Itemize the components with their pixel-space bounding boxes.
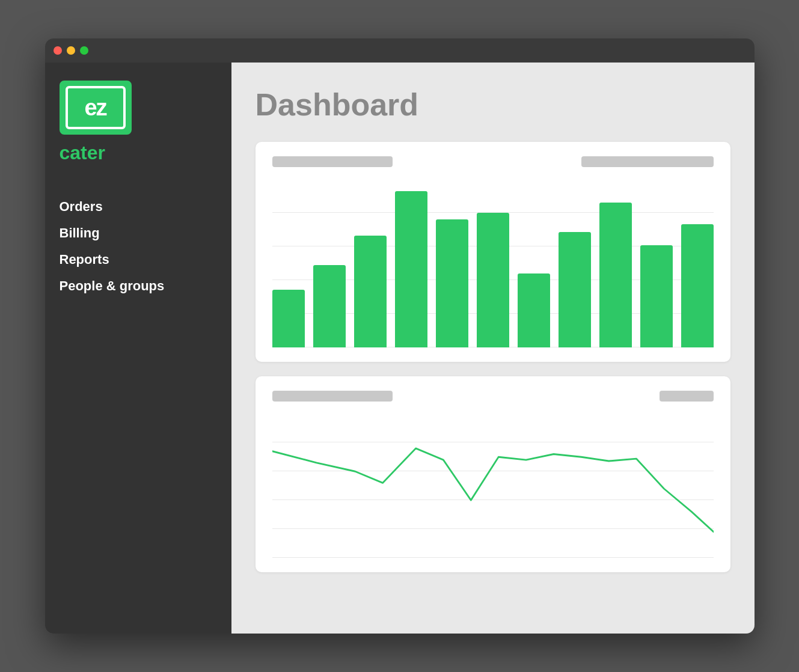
sidebar-item-people-groups[interactable]: People & groups [60, 276, 217, 296]
sidebar-item-reports[interactable]: Reports [60, 249, 217, 270]
bar [272, 290, 305, 347]
bar [477, 213, 509, 347]
bar [559, 232, 591, 347]
app-window: ez cater Orders Billing Reports People &… [45, 38, 755, 634]
logo-inner: ez [66, 86, 126, 129]
logo-ez-text: ez [84, 95, 106, 121]
bar [313, 265, 346, 347]
line-chart-header [272, 391, 714, 402]
bar [354, 236, 387, 347]
bar [640, 245, 673, 347]
bar-chart-filter [581, 156, 714, 167]
maximize-button[interactable] [80, 46, 88, 55]
line-chart-title [272, 391, 393, 402]
app-body: ez cater Orders Billing Reports People &… [45, 63, 755, 634]
close-button[interactable] [54, 46, 62, 55]
bar [436, 219, 468, 347]
logo-cater-text: cater [60, 142, 106, 164]
bar [395, 191, 427, 347]
sidebar-item-orders[interactable]: Orders [60, 197, 217, 217]
bar-chart-title [272, 156, 393, 167]
line-chart [272, 414, 714, 558]
nav-menu: Orders Billing Reports People & groups [60, 197, 217, 296]
titlebar [45, 38, 755, 63]
line-chart-card [256, 376, 730, 572]
logo: ez [60, 81, 132, 135]
main-content: Dashboard [231, 63, 755, 634]
bar [599, 203, 632, 347]
line-chart-svg [272, 420, 714, 558]
bar [681, 224, 714, 347]
page-title: Dashboard [256, 87, 730, 123]
bar-chart [272, 179, 714, 347]
sidebar-item-billing[interactable]: Billing [60, 223, 217, 243]
line-chart-filter [660, 391, 714, 402]
bar-chart-card [256, 142, 730, 362]
sidebar: ez cater Orders Billing Reports People &… [45, 63, 231, 634]
bar [518, 273, 550, 347]
bar-chart-header [272, 156, 714, 167]
minimize-button[interactable] [67, 46, 75, 55]
